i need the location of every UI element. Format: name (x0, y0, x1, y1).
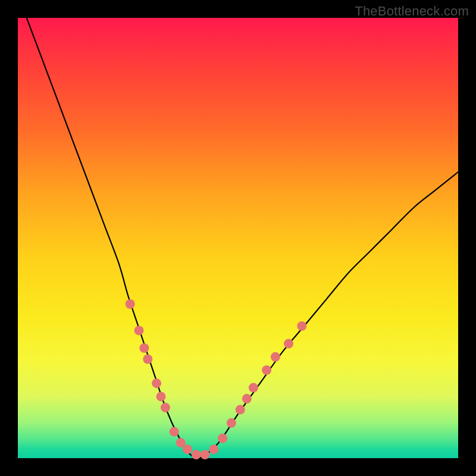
marker-right-5 (262, 365, 271, 375)
marker-left-7 (161, 403, 170, 412)
marker-bottom-7 (218, 434, 227, 443)
marker-left-1 (126, 299, 135, 309)
marker-right-2 (236, 405, 245, 415)
curve-markers (126, 299, 307, 459)
marker-bottom-4 (192, 450, 201, 459)
marker-bottom-5 (201, 450, 210, 459)
marker-left-6 (156, 392, 166, 401)
chart-frame: TheBottleneck.com (0, 0, 476, 476)
marker-bottom-1 (170, 427, 179, 437)
marker-bottom-6 (209, 444, 218, 454)
marker-left-5 (152, 378, 161, 388)
chart-overlay-svg (0, 0, 476, 476)
marker-right-6 (271, 352, 280, 362)
marker-right-4 (249, 383, 258, 393)
marker-right-1 (227, 418, 236, 428)
marker-left-2 (134, 325, 144, 335)
marker-bottom-3 (183, 444, 192, 454)
marker-right-7 (284, 339, 293, 349)
marker-left-4 (143, 355, 152, 364)
marker-right-8 (297, 321, 306, 331)
bottleneck-curve-line (27, 18, 458, 458)
marker-left-3 (139, 343, 149, 353)
marker-right-3 (242, 394, 252, 403)
